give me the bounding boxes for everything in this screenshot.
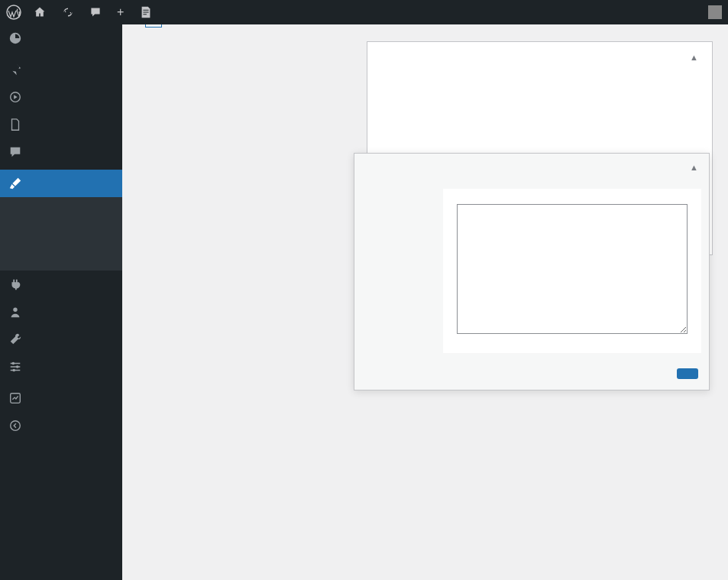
- seo-notif[interactable]: [133, 0, 170, 24]
- svg-point-4: [16, 365, 19, 368]
- account-link[interactable]: [697, 0, 728, 24]
- submenu-widgets[interactable]: [0, 215, 122, 225]
- svg-point-5: [12, 369, 15, 372]
- svg-point-7: [11, 421, 21, 431]
- seo-icon: [8, 390, 23, 406]
- admin-menu: [0, 24, 122, 580]
- submenu-themes[interactable]: [0, 197, 122, 206]
- pin-icon: [8, 62, 23, 77]
- brush-icon: [8, 176, 23, 191]
- comment-icon: [8, 144, 23, 160]
- menu-posts[interactable]: [0, 56, 122, 83]
- plugin-icon: [8, 277, 23, 292]
- submenu-background[interactable]: [0, 243, 122, 252]
- available-widgets: [138, 41, 351, 269]
- dashboard-icon: [8, 31, 23, 46]
- menu-pages[interactable]: [0, 111, 122, 138]
- save-button[interactable]: [677, 368, 698, 379]
- panel-head[interactable]: ▲: [354, 154, 709, 181]
- sidebar-desc: [367, 73, 712, 83]
- updates-link[interactable]: [56, 0, 83, 24]
- submenu-appearance: [0, 197, 122, 271]
- custom-css-textarea[interactable]: [457, 204, 688, 334]
- submenu-header[interactable]: [0, 234, 122, 243]
- chevron-up-icon: ▲: [690, 163, 698, 172]
- form-icon: [139, 5, 153, 19]
- menu-dashboard[interactable]: [0, 24, 122, 52]
- home-icon: [34, 6, 46, 18]
- menu-users[interactable]: [0, 298, 122, 326]
- live-preview-button[interactable]: [145, 24, 162, 28]
- wordpress-icon: [6, 5, 21, 20]
- menu-collapse[interactable]: [0, 412, 122, 439]
- comment-icon: [89, 6, 102, 18]
- menu-settings[interactable]: [0, 353, 122, 381]
- admin-bar: +: [0, 0, 728, 24]
- submenu-about-theme[interactable]: [0, 252, 122, 261]
- page-icon: [8, 117, 23, 132]
- wp-logo[interactable]: [0, 0, 28, 24]
- site-link[interactable]: [28, 0, 56, 24]
- media-icon: [8, 89, 23, 105]
- sidebar-head[interactable]: ▲: [367, 42, 712, 73]
- user-icon: [8, 304, 23, 319]
- avatar: [708, 5, 722, 19]
- submenu-theme-editor[interactable]: [0, 261, 122, 271]
- menu-seo[interactable]: [0, 384, 122, 412]
- submenu-menus[interactable]: [0, 225, 122, 234]
- menu-tools[interactable]: [0, 326, 122, 353]
- collapse-icon: [8, 418, 23, 433]
- svg-point-2: [13, 308, 17, 312]
- menu-comments[interactable]: [0, 138, 122, 166]
- wrench-icon: [8, 332, 23, 347]
- content-area: ▲ ▲: [122, 24, 728, 580]
- custom-css-pane: [443, 189, 701, 353]
- menu-appearance[interactable]: [0, 170, 122, 197]
- menu-media[interactable]: [0, 83, 122, 111]
- sliders-icon: [8, 359, 23, 374]
- svg-point-3: [12, 362, 15, 365]
- plus-icon: +: [117, 5, 124, 19]
- comments-link[interactable]: [83, 0, 111, 24]
- chevron-up-icon: ▲: [690, 53, 698, 62]
- panel-tabs: [362, 189, 443, 353]
- random-posts-widget-panel: ▲: [354, 153, 710, 390]
- submenu-customize[interactable]: [0, 206, 122, 215]
- new-link[interactable]: +: [111, 0, 133, 24]
- menu-plugins[interactable]: [0, 271, 122, 298]
- refresh-icon: [62, 6, 74, 18]
